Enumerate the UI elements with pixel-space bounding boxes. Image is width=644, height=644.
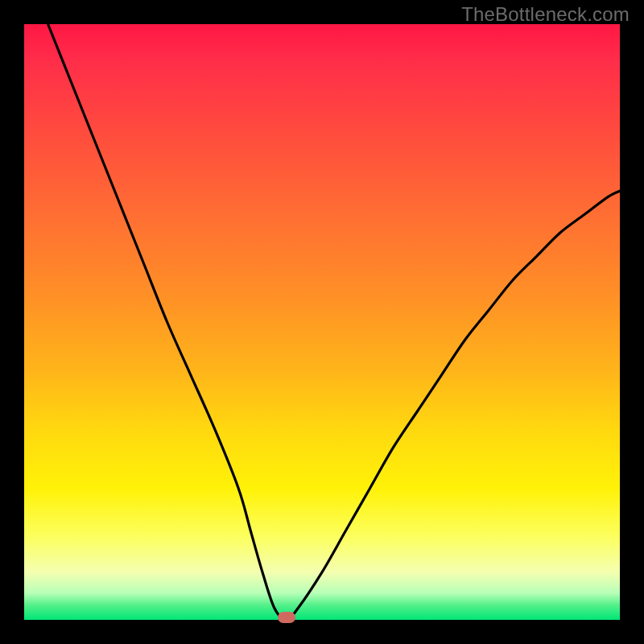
bottleneck-curve [48,24,620,620]
chart-frame: TheBottleneck.com [0,0,644,644]
plot-area [24,24,620,620]
curve-layer [24,24,620,620]
watermark-text: TheBottleneck.com [461,3,630,26]
